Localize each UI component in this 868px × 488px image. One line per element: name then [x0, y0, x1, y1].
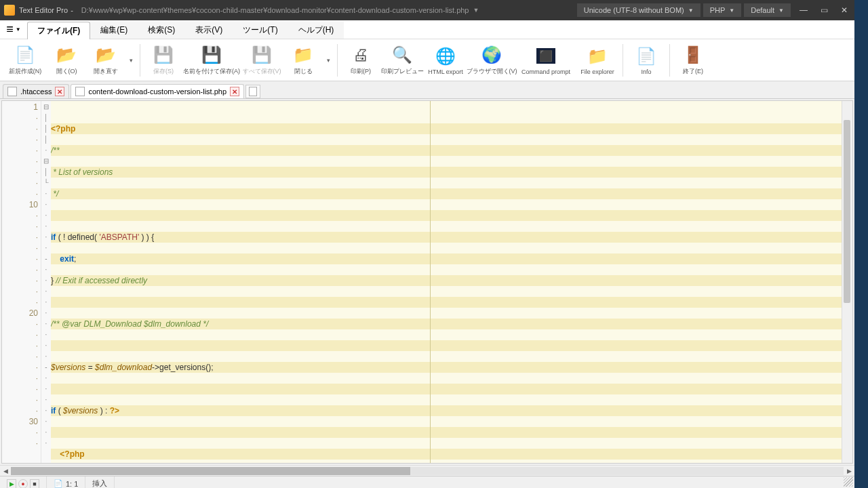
- title-bar: Text Editor Pro - D:¥www¥wp¥wp-content¥t…: [0, 0, 854, 20]
- tab-label: content-download-custom-version-list.php: [88, 87, 226, 96]
- save-icon: [153, 44, 174, 66]
- vertical-scrollbar[interactable]: [842, 101, 852, 463]
- macro-stop-icon[interactable]: ■: [30, 479, 39, 489]
- menu-file[interactable]: ファイル(F): [27, 22, 90, 39]
- file-icon: [75, 87, 85, 96]
- close-window-button[interactable]: ✕: [834, 0, 854, 20]
- menu-help[interactable]: ヘルプ(H): [288, 21, 344, 39]
- reopen-button[interactable]: 開き直す: [87, 41, 125, 79]
- code-content[interactable]: <?php /** * List of versions */ if ( ! d…: [51, 101, 842, 463]
- status-insert-mode: 挿入: [85, 476, 115, 488]
- file-tab-htaccess[interactable]: .htaccess ✕: [3, 84, 69, 98]
- status-bar: ▶ ● ■ 📄 1: 1 挿入: [0, 476, 854, 488]
- print-preview-button[interactable]: 印刷プレビュー: [381, 41, 423, 79]
- line-gutter: 1···· ···· 10···· ····· 20···· ····· 30·…: [2, 101, 41, 463]
- new-tab-button[interactable]: [245, 85, 260, 98]
- html-export-button[interactable]: HTML export: [425, 41, 467, 79]
- app-icon: [4, 5, 15, 16]
- minimize-button[interactable]: —: [793, 0, 814, 20]
- save-all-button: すべて保存(V): [241, 41, 283, 79]
- html-icon: [435, 45, 456, 67]
- file-explorer-button[interactable]: File explorer: [576, 41, 618, 79]
- info-icon: [635, 45, 657, 67]
- resize-grip[interactable]: [844, 477, 853, 487]
- open-browser-button[interactable]: ブラウザで開く(V): [468, 41, 515, 79]
- close-file-icon: [292, 44, 314, 66]
- title-sep: -: [71, 6, 73, 14]
- new-file-button[interactable]: 新規作成(N): [4, 41, 46, 79]
- save-as-button[interactable]: 名前を付けて保存(A): [184, 41, 239, 79]
- close-tab-icon[interactable]: ✕: [230, 87, 239, 96]
- encoding-selector[interactable]: Unicode (UTF-8 without BOM)▼: [577, 3, 701, 17]
- toolbar: 新規作成(N) 開く(O) 開き直す ▾ 保存(S) 名前を付けて保存(A) す…: [0, 39, 854, 81]
- file-path: D:¥www¥wp¥wp-content¥themes¥cocoon-child…: [81, 6, 469, 14]
- menu-view[interactable]: 表示(V): [185, 21, 233, 39]
- path-dropdown-icon[interactable]: ▼: [473, 7, 479, 14]
- reopen-dropdown[interactable]: ▾: [126, 41, 136, 79]
- globe-icon: [481, 44, 502, 66]
- file-icon: [14, 44, 36, 66]
- file-tab-strip: .htaccess ✕ content-download-custom-vers…: [0, 81, 854, 99]
- print-button[interactable]: 印刷(P): [342, 41, 380, 79]
- save-button: 保存(S): [144, 41, 182, 79]
- maximize-button[interactable]: ▭: [814, 0, 834, 20]
- close-file-button[interactable]: 閉じる: [284, 41, 322, 79]
- command-prompt-button[interactable]: Command prompt: [517, 41, 575, 79]
- status-position: 📄 1: 1: [47, 476, 85, 488]
- file-icon: [249, 87, 257, 96]
- exit-button[interactable]: 終了(E): [674, 41, 712, 79]
- info-button[interactable]: Info: [627, 41, 665, 79]
- editor-area: 1···· ···· 10···· ····· 20···· ····· 30·…: [1, 100, 853, 464]
- app-title: Text Editor Pro: [19, 6, 68, 14]
- exit-icon: [682, 44, 704, 66]
- open-button[interactable]: 開く(O): [47, 41, 85, 79]
- explorer-icon: [587, 45, 608, 67]
- file-icon: [7, 87, 17, 96]
- preview-icon: [391, 44, 413, 66]
- terminal-icon: [535, 45, 557, 67]
- folder-reopen-icon: [95, 44, 117, 66]
- hamburger-menu[interactable]: ▼: [0, 22, 27, 37]
- macro-play-icon[interactable]: ▶: [7, 479, 16, 489]
- menu-tools[interactable]: ツール(T): [233, 21, 288, 39]
- print-icon: [350, 44, 372, 66]
- folder-open-icon: [56, 44, 77, 66]
- menu-bar: ▼ ファイル(F) 編集(E) 検索(S) 表示(V) ツール(T) ヘルプ(H…: [0, 20, 854, 39]
- menu-edit[interactable]: 編集(E): [90, 21, 138, 39]
- fold-column[interactable]: ⊟│││· ⊟│└·· ····- ····· ····- ····· ··: [41, 101, 51, 463]
- menu-search[interactable]: 検索(S): [138, 21, 185, 39]
- save-all-icon: [251, 44, 273, 66]
- language-selector[interactable]: PHP▼: [703, 3, 742, 17]
- save-as-icon: [201, 44, 222, 66]
- tab-label: .htaccess: [20, 87, 52, 96]
- close-tab-icon[interactable]: ✕: [55, 87, 64, 96]
- file-tab-active[interactable]: content-download-custom-version-list.php…: [71, 84, 244, 98]
- theme-selector[interactable]: Default▼: [744, 3, 791, 17]
- horizontal-scrollbar[interactable]: ◀▶: [0, 465, 854, 476]
- close-dropdown[interactable]: ▾: [323, 41, 333, 79]
- macro-record-icon[interactable]: ●: [18, 479, 28, 489]
